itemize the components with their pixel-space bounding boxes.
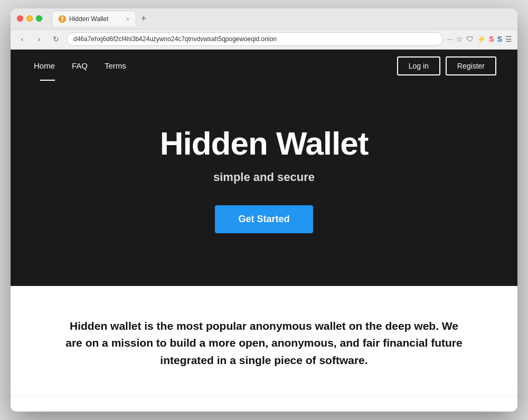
title-bar: ₿ Hidden Wallet × +	[11, 8, 517, 30]
site-content: Home FAQ Terms Log in Register Hidden Wa…	[11, 50, 517, 412]
browser-window: ₿ Hidden Wallet × + ‹ › ↻ d46a7ehxj6d6f2…	[11, 8, 517, 412]
next-section-peek	[11, 395, 517, 412]
forward-button[interactable]: ›	[33, 33, 45, 45]
info-text: Hidden wallet is the most popular anonym…	[63, 318, 465, 369]
new-tab-button[interactable]: +	[136, 11, 151, 26]
close-window-button[interactable]	[17, 15, 23, 22]
url-text: d46a7ehxj6d6f2cf4hi3b424uzywno24c7qtnvdv…	[73, 35, 277, 43]
extension-icon[interactable]: ⚡	[477, 35, 486, 43]
nav-auth: Log in Register	[397, 56, 496, 75]
nav-link-faq[interactable]: FAQ	[63, 51, 96, 81]
tab-title: Hidden Wallet	[69, 15, 108, 23]
get-started-button[interactable]: Get Started	[215, 205, 313, 233]
register-button[interactable]: Register	[446, 56, 496, 75]
menu-icon[interactable]: ☰	[505, 35, 512, 43]
hero-title: Hidden Wallet	[160, 125, 369, 162]
more-options-icon[interactable]: ···	[447, 35, 454, 43]
browser-tab[interactable]: ₿ Hidden Wallet ×	[52, 11, 136, 26]
nav-links: Home FAQ Terms	[32, 51, 135, 81]
url-input[interactable]: d46a7ehxj6d6f2cf4hi3b424uzywno24c7qtnvdv…	[67, 32, 443, 46]
info-section: Hidden wallet is the most popular anonym…	[11, 286, 517, 396]
refresh-button[interactable]: ↻	[50, 33, 62, 45]
bookmark-icon[interactable]: ☆	[456, 35, 463, 43]
tab-close-button[interactable]: ×	[126, 16, 129, 22]
address-bar: ‹ › ↻ d46a7ehxj6d6f2cf4hi3b424uzywno24c7…	[11, 30, 517, 50]
nav-link-home[interactable]: Home	[32, 51, 63, 81]
login-button[interactable]: Log in	[397, 56, 440, 75]
minimize-window-button[interactable]	[26, 15, 33, 22]
sync-icon[interactable]: S	[489, 35, 494, 43]
shield-icon[interactable]: 🛡	[466, 35, 474, 43]
maximize-window-button[interactable]	[36, 15, 42, 22]
firefox-sync-icon[interactable]: S	[497, 35, 502, 43]
address-bar-icons: ··· ☆ 🛡 ⚡ S S ☰	[447, 35, 512, 43]
hero-section: Hidden Wallet simple and secure Get Star…	[11, 82, 517, 286]
tab-favicon-icon: ₿	[59, 15, 66, 23]
tab-bar: ₿ Hidden Wallet × +	[52, 11, 511, 26]
traffic-lights	[17, 15, 42, 22]
site-nav: Home FAQ Terms Log in Register	[11, 50, 517, 82]
back-button[interactable]: ‹	[16, 33, 29, 45]
hero-subtitle: simple and secure	[213, 170, 315, 184]
nav-link-terms[interactable]: Terms	[96, 51, 135, 81]
